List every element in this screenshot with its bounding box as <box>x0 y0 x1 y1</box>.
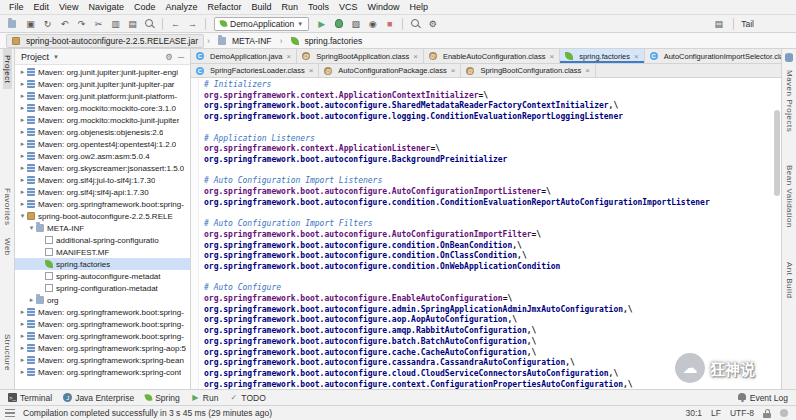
tail-plugin-icon[interactable]: ▤ <box>711 17 726 31</box>
tree-item[interactable]: additional-spring-configuratio <box>15 234 190 246</box>
tab-close-icon[interactable]: × <box>287 52 292 61</box>
chevron-right-icon[interactable]: ▸ <box>18 116 27 124</box>
menu-help[interactable]: Help <box>405 0 434 15</box>
code-line[interactable]: org.springframework.boot.autoconfigure.A… <box>204 187 779 198</box>
code-line[interactable]: # Auto Configuration Import Filters <box>204 219 779 230</box>
code-line[interactable]: # Initializers <box>204 80 779 91</box>
tool-button-maven-projects[interactable]: Maven Projects <box>785 64 794 138</box>
tree-item[interactable]: ▸Maven: org.springframework.boot:spring- <box>15 330 190 342</box>
caret-position[interactable]: 30:1 <box>685 408 702 418</box>
tool-button-spring[interactable]: Spring <box>145 393 180 403</box>
code-line[interactable]: org.springframework.boot.autoconfigure.c… <box>204 380 779 389</box>
chevron-right-icon[interactable]: ▸ <box>18 200 27 208</box>
menu-build[interactable]: Build <box>246 0 276 15</box>
code-line[interactable]: org.springframework.boot.autoconfigure.c… <box>204 198 779 209</box>
tree-item[interactable]: ▸Maven: org.junit.jupiter:junit-jupiter-… <box>15 66 190 78</box>
editor-scrollbar[interactable] <box>774 110 780 196</box>
tab-close-icon[interactable]: × <box>451 66 456 75</box>
breadcrumb-item[interactable]: spring-boot-autoconfigure-2.2.5.RELEASE.… <box>6 34 204 48</box>
chevron-right-icon[interactable]: ▸ <box>18 140 27 148</box>
tool-button-event-log[interactable]: Event Log <box>738 393 788 403</box>
tree-item[interactable]: ▸Maven: org.springframework:spring-aop:5 <box>15 342 190 354</box>
tool-window-switcher-icon[interactable] <box>5 409 15 417</box>
find-icon[interactable] <box>142 17 157 31</box>
code-line[interactable]: org.springframework.boot.autoconfigure.c… <box>204 241 779 252</box>
code-line[interactable]: # Auto Configuration Import Listeners <box>204 176 779 187</box>
run-configuration-select[interactable]: DemoApplication ▼ <box>214 17 309 31</box>
tree-item[interactable]: ▸Maven: org.mockito:mockito-junit-jupite… <box>15 114 190 126</box>
lock-icon[interactable] <box>763 408 771 418</box>
sync-icon[interactable]: ↻ <box>40 17 55 31</box>
editor-tab[interactable]: spring.factories× <box>560 49 645 63</box>
tree-item[interactable]: ▸Maven: org.springframework.boot:spring- <box>15 306 190 318</box>
code-line[interactable]: org.springframework.boot.autoconfigure.c… <box>204 348 779 359</box>
code-line[interactable]: # Auto Configure <box>204 283 779 294</box>
gear-icon[interactable]: ⚙ <box>165 52 173 62</box>
run-button[interactable]: ▶ <box>314 17 329 31</box>
code-line[interactable]: org.springframework.boot.autoconfigure.A… <box>204 230 779 241</box>
chevron-down-icon[interactable]: ▼ <box>53 54 59 60</box>
editor-tab[interactable]: AutoConfigurationImportSelector.class× <box>645 49 781 63</box>
code-line[interactable] <box>204 166 779 177</box>
tab-close-icon[interactable]: × <box>634 52 639 61</box>
code-line[interactable] <box>204 273 779 284</box>
tool-button-todo[interactable]: ✓ TODO <box>229 393 265 403</box>
code-line[interactable]: # Application Listeners <box>204 134 779 145</box>
tree-item[interactable]: ▸Maven: org.springframework.boot:spring- <box>15 198 190 210</box>
cut-icon[interactable]: ✂ <box>91 17 106 31</box>
menu-edit[interactable]: Edit <box>29 0 55 15</box>
tab-close-icon[interactable]: × <box>549 52 554 61</box>
tree-item[interactable]: spring-configuration-metadat <box>15 282 190 294</box>
code-line[interactable] <box>204 208 779 219</box>
chevron-down-icon[interactable]: ▾ <box>18 212 27 220</box>
code-line[interactable] <box>204 123 779 134</box>
code-lines[interactable]: # Initializersorg.springframework.contex… <box>199 78 781 389</box>
tree-item[interactable]: ▾spring-boot-autoconfigure-2.2.5.RELE <box>15 210 190 222</box>
tool-button-project[interactable]: Project <box>3 49 12 89</box>
tree-item[interactable]: ▸Maven: org.skyscreamer:jsonassert:1.5.0 <box>15 162 190 174</box>
tab-close-icon[interactable]: × <box>585 66 590 75</box>
menu-view[interactable]: View <box>54 0 83 15</box>
background-tasks-icon[interactable] <box>780 409 788 417</box>
tree-item[interactable]: ▸Maven: org.slf4j:slf4j-api:1.7.30 <box>15 186 190 198</box>
code-line[interactable]: org.springframework.boot.autoconfigure.B… <box>204 155 779 166</box>
tab-close-icon[interactable]: × <box>413 52 418 61</box>
code-line[interactable]: org.springframework.boot.autoconfigure.c… <box>204 251 779 262</box>
breadcrumb-item[interactable]: spring.factories <box>286 35 368 47</box>
stop-button[interactable]: ■ <box>382 17 397 31</box>
paste-icon[interactable]: ▤ <box>125 17 140 31</box>
tree-item[interactable]: ▸Maven: org.objenesis:objenesis:2.6 <box>15 126 190 138</box>
chevron-right-icon[interactable]: ▸ <box>27 296 36 304</box>
chevron-right-icon[interactable]: ▸ <box>18 188 27 196</box>
tool-button-run[interactable]: ▶ Run <box>191 393 219 403</box>
tree-item[interactable]: ▸Maven: org.slf4j:jul-to-slf4j:1.7.30 <box>15 174 190 186</box>
copy-icon[interactable]: ▥ <box>108 17 123 31</box>
editor-tab[interactable]: AutoConfigurationPackage.class× <box>319 64 461 77</box>
tree-item[interactable]: ▸Maven: org.springframework.boot:spring- <box>15 318 190 330</box>
menu-vcs[interactable]: VCS <box>334 0 363 15</box>
code-line[interactable]: org.springframework.boot.autoconfigure.c… <box>204 262 779 273</box>
code-line[interactable]: org.springframework.boot.autoconfigure.a… <box>204 315 779 326</box>
code-line[interactable]: org.springframework.boot.autoconfigure.b… <box>204 337 779 348</box>
tool-button-ant-build[interactable]: Ant Build <box>785 256 794 305</box>
tree-item[interactable]: MANIFEST.MF <box>15 246 190 258</box>
tree-item[interactable]: ▸Maven: org.ow2.asm:asm:5.0.4 <box>15 150 190 162</box>
search-everywhere-icon[interactable] <box>408 17 423 31</box>
tool-button-favorites[interactable]: Favorites <box>3 182 12 231</box>
code-line[interactable]: org.springframework.context.ApplicationL… <box>204 144 779 155</box>
menu-window[interactable]: Window <box>363 0 405 15</box>
editor-tab[interactable]: DemoApplication.java× <box>191 49 297 63</box>
menu-analyze[interactable]: Analyze <box>160 0 202 15</box>
menu-tools[interactable]: Tools <box>303 0 334 15</box>
tree-item[interactable]: ▸Maven: org.mockito:mockito-core:3.1.0 <box>15 102 190 114</box>
code-line[interactable]: org.springframework.boot.autoconfigure.l… <box>204 112 779 123</box>
chevron-right-icon[interactable]: ▸ <box>18 368 27 376</box>
editor-tab[interactable]: SpringBootConfiguration.class× <box>461 64 596 77</box>
code-line[interactable]: org.springframework.boot.autoconfigure.c… <box>204 358 779 369</box>
menu-file[interactable]: File <box>4 0 29 15</box>
tree-item[interactable]: ▸Maven: org.springframework:spring-bean <box>15 354 190 366</box>
code-line[interactable]: org.springframework.context.ApplicationC… <box>204 91 779 102</box>
menu-refactor[interactable]: Refactor <box>202 0 246 15</box>
tool-button-web[interactable]: Web <box>3 232 12 262</box>
code-line[interactable]: org.springframework.boot.autoconfigure.a… <box>204 326 779 337</box>
